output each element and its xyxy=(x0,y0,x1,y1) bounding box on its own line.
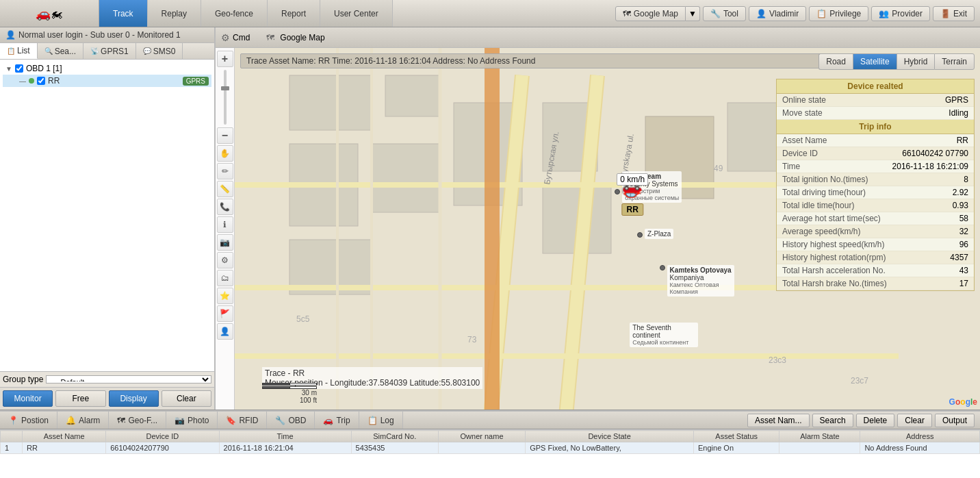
bottom-tab-obd[interactable]: 🔧 OBD xyxy=(267,412,315,429)
asset-name-filter-button[interactable]: Asset Nam... xyxy=(747,414,810,427)
cell-alarm-state xyxy=(779,442,860,454)
clear-button[interactable]: Clear xyxy=(162,390,211,407)
svg-rect-9 xyxy=(645,116,714,199)
nav-tab-usercenter[interactable]: User Center xyxy=(320,0,393,27)
output-action-label: Output xyxy=(942,416,967,425)
zoom-out-button[interactable]: − xyxy=(217,127,233,144)
bottom-tab-alarm[interactable]: 🔔 Alarm xyxy=(57,412,109,429)
tree-root-checkbox[interactable] xyxy=(15,64,23,73)
ruler-tool-button[interactable]: 📏 xyxy=(217,181,233,197)
left-tab-list[interactable]: 📋 List xyxy=(0,43,38,59)
phone-tool-button[interactable]: 📞 xyxy=(217,199,233,215)
user-button[interactable]: 👤 Vladimir xyxy=(749,6,806,21)
satellite-map-button[interactable]: Satellite xyxy=(853,53,897,70)
popup-device-id-val: 661040242 07790 xyxy=(902,149,968,158)
geofence-tab-icon: 🗺 xyxy=(117,416,125,425)
bottom-tab-rfid[interactable]: 🔖 RFID xyxy=(218,412,267,429)
provider-button[interactable]: 👥 Provider xyxy=(871,6,930,21)
zoom-slider[interactable] xyxy=(224,70,227,125)
nav-tab-geofence[interactable]: Geo-fence xyxy=(201,0,268,27)
tree-vehicle-item[interactable]: — RR GPRS xyxy=(3,75,211,87)
bottom-tabs-bar: 📍 Postion 🔔 Alarm 🗺 Geo-F... 📷 Photo 🔖 R… xyxy=(0,410,980,429)
terrain-map-button[interactable]: Terrain xyxy=(934,53,975,70)
log-tab-label: Log xyxy=(381,416,394,425)
camera-tool-button[interactable]: 📷 xyxy=(217,234,233,251)
nav-tab-report[interactable]: Report xyxy=(268,0,320,27)
bottom-tab-position[interactable]: 📍 Postion xyxy=(0,412,57,429)
bottom-tab-trip[interactable]: 🚗 Trip xyxy=(315,412,359,429)
clear-action-button[interactable]: Clear xyxy=(897,414,932,427)
draw-tool-button[interactable]: ✏ xyxy=(217,163,233,179)
exit-button[interactable]: 🚪 Exit xyxy=(933,6,975,21)
user-info-text: Normal user login - Sub user 0 - Monitor… xyxy=(18,30,181,40)
left-tab-search-label: Sea... xyxy=(55,47,76,56)
popup-idle-time-val: 0.93 xyxy=(953,201,968,210)
col-asset-status: Asset Status xyxy=(694,431,779,442)
cell-simcard: 5435435 xyxy=(351,442,438,454)
group-type-select[interactable]: --- Default --- xyxy=(46,375,211,383)
provider-icon: 👥 xyxy=(879,9,889,18)
layers-tool-button[interactable]: 🗂 xyxy=(217,270,233,286)
left-tab-gprs1[interactable]: 📡 GPRS1 xyxy=(83,43,136,59)
bottom-tab-log[interactable]: 📋 Log xyxy=(359,412,403,429)
table-row[interactable]: 1 RR 66104024207790 2016-11-18 16:21:04 … xyxy=(1,442,980,454)
search-action-label: Search xyxy=(820,416,846,425)
free-button[interactable]: Free xyxy=(55,390,105,407)
tree-expand-icon[interactable]: ▼ xyxy=(5,65,12,73)
svg-line-14 xyxy=(563,75,597,410)
delete-action-button[interactable]: Delete xyxy=(856,414,895,427)
gulfstream-dot xyxy=(615,189,620,194)
google-map-button[interactable]: 🗺 Google Map xyxy=(615,6,686,21)
privilege-button[interactable]: 📋 Privilege xyxy=(809,6,868,21)
star-tool-button[interactable]: ⭐ xyxy=(217,288,233,304)
hybrid-map-button[interactable]: Hybrid xyxy=(897,53,935,70)
tree-vehicle-checkbox[interactable] xyxy=(37,77,45,85)
ignition-row: Total ignition No.(times) 8 xyxy=(777,173,974,186)
person-tool-button[interactable]: 👤 xyxy=(217,323,233,340)
photo-tab-icon: 📷 xyxy=(175,416,185,425)
col-device-id: Device ID xyxy=(106,431,219,442)
group-type-label: Group type xyxy=(3,375,43,384)
road-label: Road xyxy=(826,57,846,66)
left-tab-sms0[interactable]: 💬 SMS0 xyxy=(136,43,183,59)
nav-tab-replay-label: Replay xyxy=(162,9,187,18)
output-action-button[interactable]: Output xyxy=(935,414,975,427)
map-view[interactable]: Trace Asset Name: RR Time: 2016-11-18 16… xyxy=(235,48,980,410)
svg-line-13 xyxy=(563,75,597,410)
driving-time-row: Total driving time(hour) 2.92 xyxy=(777,186,974,199)
left-tab-list-label: List xyxy=(17,46,30,55)
bottom-tab-geofence[interactable]: 🗺 Geo-F... xyxy=(109,412,166,429)
settings-tool-button[interactable]: ⚙ xyxy=(217,252,233,268)
search-action-button[interactable]: Search xyxy=(812,414,853,427)
zoom-handle[interactable] xyxy=(221,86,229,90)
zoom-in-button[interactable]: + xyxy=(217,51,233,67)
device-section-label: Device realted xyxy=(847,81,903,91)
info-tool-button[interactable]: ℹ xyxy=(217,216,233,233)
clear-label: Clear xyxy=(177,394,196,403)
bottom-tab-photo[interactable]: 📷 Photo xyxy=(166,412,218,429)
popup-avg-speed-val: 32 xyxy=(959,227,968,236)
display-button[interactable]: Display xyxy=(109,390,159,407)
gprs1-icon: 📡 xyxy=(90,47,99,55)
svg-rect-1 xyxy=(289,75,372,130)
road-map-button[interactable]: Road xyxy=(818,53,853,70)
map-dropdown[interactable]: ▼ xyxy=(686,6,700,21)
photo-tab-label: Photo xyxy=(188,416,209,425)
speed-text: 0 km/h xyxy=(620,175,645,184)
flag-tool-button[interactable]: 🚩 xyxy=(217,305,233,322)
left-tab-search[interactable]: 🔍 Sea... xyxy=(38,43,83,59)
popup-hist-speed-key: History highest speed(km/h) xyxy=(782,240,959,249)
monitor-button[interactable]: Monitor xyxy=(3,390,53,407)
move-state-key: Move state xyxy=(782,108,949,118)
tool-button[interactable]: 🔧 Tool xyxy=(703,6,746,21)
pan-tool-button[interactable]: ✋ xyxy=(217,145,233,162)
nav-tab-track[interactable]: Track xyxy=(99,0,148,27)
nav-tab-replay[interactable]: Replay xyxy=(148,0,201,27)
map-toolbar: + − ✋ ✏ 📏 📞 ℹ 📷 ⚙ 🗂 ⭐ 🚩 👤 xyxy=(216,48,235,410)
google-map-label: Google Map xyxy=(634,9,678,18)
popup-harsh-brake-val: 17 xyxy=(959,279,968,288)
log-tab-icon: 📋 xyxy=(368,416,378,425)
popup-hist-rotation-key: History highest rotation(rpm) xyxy=(782,253,950,262)
left-tab-sms0-label: SMS0 xyxy=(153,47,176,56)
free-label: Free xyxy=(73,394,90,403)
